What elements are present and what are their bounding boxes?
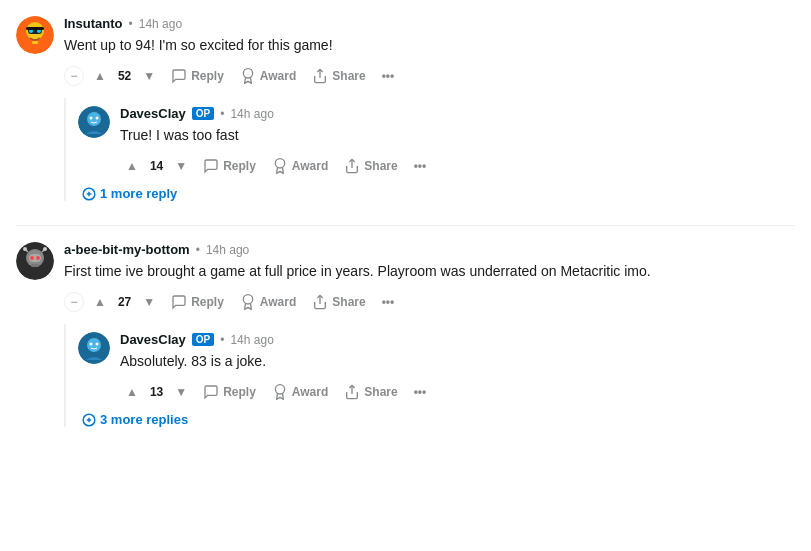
downvote-button-c2r1[interactable]: ▼ bbox=[169, 381, 193, 403]
reply-c2r1-text: Absolutely. 83 is a joke. bbox=[120, 351, 795, 372]
separator-1 bbox=[16, 225, 795, 226]
upvote-icon-c1r1: ▲ bbox=[126, 159, 138, 173]
share-label-c1: Share bbox=[332, 69, 365, 83]
vote-group-c1: ▲ 52 ▼ bbox=[88, 65, 161, 87]
svg-point-33 bbox=[96, 343, 99, 346]
reply-button-c1[interactable]: Reply bbox=[165, 64, 230, 88]
expand-icon-c2 bbox=[82, 413, 96, 427]
vote-count-c2: 27 bbox=[118, 295, 131, 309]
more-icon-c2r1: ••• bbox=[414, 385, 427, 399]
more-button-c1[interactable]: ••• bbox=[376, 65, 401, 87]
comment-1-text: Went up to 94! I'm so excited for this g… bbox=[64, 35, 795, 56]
reply-thread-c1: DavesClay OP • 14h ago True! I was too f… bbox=[64, 98, 795, 201]
reply-button-c1r1[interactable]: Reply bbox=[197, 154, 262, 178]
svg-rect-23 bbox=[31, 264, 39, 267]
award-icon-c1r1 bbox=[272, 158, 288, 174]
action-bar-c2r1: ▲ 13 ▼ Reply Aw bbox=[120, 380, 795, 404]
award-icon-c2 bbox=[240, 294, 256, 310]
vote-group-c2r1: ▲ 13 ▼ bbox=[120, 381, 193, 403]
avatar-davesclay-1 bbox=[78, 106, 110, 138]
more-button-c2[interactable]: ••• bbox=[376, 291, 401, 313]
svg-point-27 bbox=[43, 247, 47, 251]
downvote-button-c1[interactable]: ▼ bbox=[137, 65, 161, 87]
op-badge-2: OP bbox=[192, 333, 214, 346]
award-button-c2r1[interactable]: Award bbox=[266, 380, 334, 404]
share-icon-c2 bbox=[312, 294, 328, 310]
vote-count-c1: 52 bbox=[118, 69, 131, 83]
award-button-c1r1[interactable]: Award bbox=[266, 154, 334, 178]
comment-1-header: Insutanto • 14h ago bbox=[64, 16, 795, 31]
downvote-icon-c1r1: ▼ bbox=[175, 159, 187, 173]
svg-point-22 bbox=[36, 256, 40, 260]
share-button-c1r1[interactable]: Share bbox=[338, 154, 403, 178]
svg-rect-6 bbox=[32, 41, 38, 44]
svg-point-12 bbox=[96, 117, 99, 120]
share-button-c2r1[interactable]: Share bbox=[338, 380, 403, 404]
username-davesclay-2: DavesClay bbox=[120, 332, 186, 347]
reply-button-c2r1[interactable]: Reply bbox=[197, 380, 262, 404]
more-replies-label-c1: 1 more reply bbox=[100, 186, 177, 201]
reply-c1r1-text: True! I was too fast bbox=[120, 125, 795, 146]
award-button-c1[interactable]: Award bbox=[234, 64, 302, 88]
username-davesclay-1: DavesClay bbox=[120, 106, 186, 121]
vote-group-c2: ▲ 27 ▼ bbox=[88, 291, 161, 313]
share-label-c2r1: Share bbox=[364, 385, 397, 399]
vote-group-c1r1: ▲ 14 ▼ bbox=[120, 155, 193, 177]
reply-c1r1-header: DavesClay OP • 14h ago bbox=[120, 106, 795, 121]
reply-label-c1: Reply bbox=[191, 69, 224, 83]
comment-1: Insutanto • 14h ago Went up to 94! I'm s… bbox=[16, 16, 795, 88]
svg-point-31 bbox=[87, 338, 101, 352]
reply-icon-c2 bbox=[171, 294, 187, 310]
award-button-c2[interactable]: Award bbox=[234, 290, 302, 314]
username-insutanto: Insutanto bbox=[64, 16, 123, 31]
award-label-c1: Award bbox=[260, 69, 296, 83]
award-label-c2: Award bbox=[260, 295, 296, 309]
share-icon-c1r1 bbox=[344, 158, 360, 174]
timestamp-c2r1: 14h ago bbox=[230, 333, 273, 347]
svg-point-21 bbox=[30, 256, 34, 260]
upvote-button-c2[interactable]: ▲ bbox=[88, 291, 112, 313]
collapse-button-c2[interactable]: − bbox=[64, 292, 84, 312]
svg-point-10 bbox=[87, 112, 101, 126]
svg-rect-5 bbox=[26, 27, 44, 30]
timestamp-c2: 14h ago bbox=[206, 243, 249, 257]
upvote-button-c1[interactable]: ▲ bbox=[88, 65, 112, 87]
reply-icon-c1r1 bbox=[203, 158, 219, 174]
more-replies-button-c2[interactable]: 3 more replies bbox=[82, 412, 188, 427]
comment-thread-1: Insutanto • 14h ago Went up to 94! I'm s… bbox=[16, 16, 795, 201]
share-button-c2[interactable]: Share bbox=[306, 290, 371, 314]
op-badge-1: OP bbox=[192, 107, 214, 120]
share-icon-c1 bbox=[312, 68, 328, 84]
award-label-c1r1: Award bbox=[292, 159, 328, 173]
reply-button-c2[interactable]: Reply bbox=[165, 290, 230, 314]
svg-point-7 bbox=[243, 69, 252, 78]
downvote-icon-c2r1: ▼ bbox=[175, 385, 187, 399]
share-label-c2: Share bbox=[332, 295, 365, 309]
award-label-c2r1: Award bbox=[292, 385, 328, 399]
share-button-c1[interactable]: Share bbox=[306, 64, 371, 88]
reply-c1r1-body: DavesClay OP • 14h ago True! I was too f… bbox=[120, 106, 795, 178]
more-icon-c1: ••• bbox=[382, 69, 395, 83]
more-replies-c1: 1 more reply bbox=[82, 186, 795, 201]
more-replies-button-c1[interactable]: 1 more reply bbox=[82, 186, 177, 201]
vote-count-c1r1: 14 bbox=[150, 159, 163, 173]
reply-label-c1r1: Reply bbox=[223, 159, 256, 173]
upvote-button-c1r1[interactable]: ▲ bbox=[120, 155, 144, 177]
avatar-abee bbox=[16, 242, 54, 280]
upvote-button-c2r1[interactable]: ▲ bbox=[120, 381, 144, 403]
upvote-icon-c2: ▲ bbox=[94, 295, 106, 309]
comment-2-text: First time ive brought a game at full pr… bbox=[64, 261, 795, 282]
award-icon-c1 bbox=[240, 68, 256, 84]
downvote-button-c1r1[interactable]: ▼ bbox=[169, 155, 193, 177]
more-replies-c2: 3 more replies bbox=[82, 412, 795, 427]
svg-point-32 bbox=[90, 343, 93, 346]
more-button-c1r1[interactable]: ••• bbox=[408, 155, 433, 177]
downvote-icon-c2: ▼ bbox=[143, 295, 155, 309]
downvote-icon-c1: ▼ bbox=[143, 69, 155, 83]
more-button-c2r1[interactable]: ••• bbox=[408, 381, 433, 403]
avatar-insutanto bbox=[16, 16, 54, 54]
svg-point-26 bbox=[23, 247, 27, 251]
expand-icon-c1 bbox=[82, 187, 96, 201]
collapse-button-c1[interactable]: − bbox=[64, 66, 84, 86]
downvote-button-c2[interactable]: ▼ bbox=[137, 291, 161, 313]
